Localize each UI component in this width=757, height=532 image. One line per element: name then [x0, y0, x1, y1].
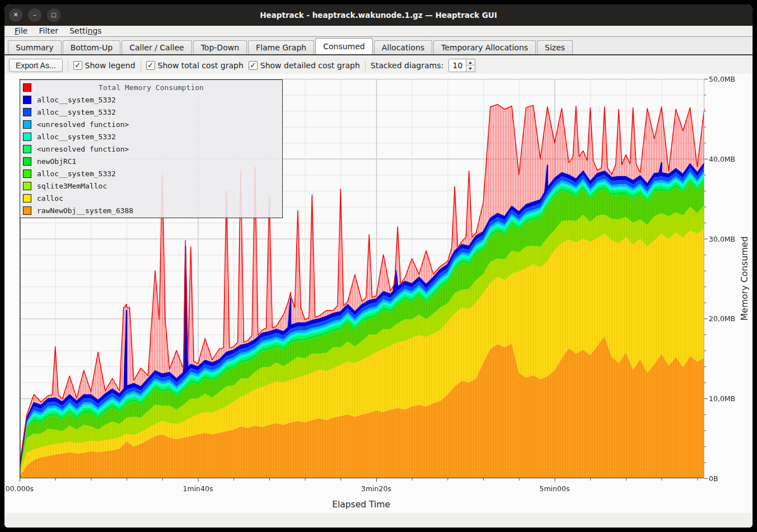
menubar: FileFilterSettings	[4, 26, 753, 37]
legend-item: newObjRC1	[20, 155, 282, 167]
legend-swatch-icon	[23, 157, 31, 166]
legend-swatch-icon	[23, 120, 31, 129]
legend-item: alloc__system_5332	[20, 130, 282, 143]
window-title: Heaptrack - heaptrack.wakunode.1.gz — He…	[4, 4, 753, 26]
tab-bottom-up[interactable]: Bottom-Up	[63, 40, 121, 54]
toolbar-separator	[365, 60, 366, 71]
check-icon: ✓	[249, 61, 258, 70]
x-tick-label: 5min00s	[539, 484, 569, 493]
legend-label: sqlite3MemMalloc	[37, 182, 107, 190]
tab-bar: SummaryBottom-UpCaller / CalleeTop-DownF…	[4, 37, 753, 55]
legend-swatch-icon	[23, 194, 31, 203]
legend-label: alloc__system_5332	[37, 108, 116, 116]
legend-item: sqlite3MemMalloc	[20, 180, 282, 192]
legend-swatch-icon	[23, 182, 31, 190]
legend-item: <unresolved function>	[20, 143, 282, 155]
spin-up-button[interactable]	[466, 59, 475, 65]
x-axis-title: Elapsed Time	[332, 500, 390, 510]
x-tick-label: 3min20s	[361, 484, 391, 493]
legend-swatch-icon	[23, 133, 31, 141]
toolbar-separator	[141, 60, 141, 71]
legend-item: alloc__system_5332	[20, 93, 282, 106]
x-tick-label: 00.000s	[6, 484, 34, 493]
y-tick-label: 0B	[709, 474, 718, 483]
checkbox-show-detailed-cost-graph[interactable]: ✓Show detailed cost graph	[249, 61, 360, 70]
titlebar: ✕ – □ Heaptrack - heaptrack.wakunode.1.g…	[4, 4, 753, 26]
tab-top-down[interactable]: Top-Down	[193, 40, 247, 54]
window-bottom-margin	[4, 513, 753, 528]
export-as-button[interactable]: Export As...	[9, 59, 63, 72]
y-tick-label: 40,0MB	[709, 154, 735, 163]
legend-swatch-icon	[23, 96, 31, 104]
legend-item: alloc__system_5332	[20, 106, 282, 118]
menu-filter[interactable]: Filter	[33, 26, 64, 36]
y-axis-title: Memory Consumed	[738, 79, 751, 478]
legend-label: calloc	[37, 194, 63, 203]
tab-consumed[interactable]: Consumed	[315, 38, 373, 54]
legend-label: newObjRC1	[37, 157, 76, 166]
tab-caller-callee[interactable]: Caller / Callee	[122, 40, 191, 54]
menu-file[interactable]: File	[9, 26, 33, 36]
checkbox-label: Show legend	[85, 61, 135, 70]
tab-temporary-allocations[interactable]: Temporary Allocations	[433, 40, 536, 54]
legend-item: <unresolved function>	[20, 118, 282, 130]
tab-sizes[interactable]: Sizes	[537, 40, 573, 54]
legend-label: Total Memory Consumption	[20, 83, 282, 92]
legend-label: alloc__system_5332	[37, 96, 116, 104]
checkbox-label: Show detailed cost graph	[260, 61, 360, 70]
check-icon: ✓	[146, 61, 155, 70]
stacked-diagrams-value[interactable]: 10	[448, 59, 466, 72]
legend-item: calloc	[20, 192, 282, 204]
tab-summary[interactable]: Summary	[8, 40, 62, 54]
stacked-diagrams-spinner[interactable]: 10	[448, 59, 475, 72]
legend-label: <unresolved function>	[37, 145, 129, 153]
legend-swatch-icon	[23, 145, 31, 153]
tab-allocations[interactable]: Allocations	[374, 40, 432, 54]
toolbar: Export As... ✓Show legend ✓Show total co…	[4, 57, 753, 74]
y-tick-label: 50,0MB	[709, 75, 735, 83]
spin-down-button[interactable]	[466, 65, 475, 72]
legend-label: rawNewObj__system_6388	[37, 206, 133, 215]
y-tick-label: 20,0MB	[709, 314, 735, 323]
consumed-chart-panel: Total Memory Consumptionalloc__system_53…	[4, 74, 753, 513]
legend-swatch-icon	[23, 108, 31, 116]
legend-item: rawNewObj__system_6388	[20, 204, 282, 216]
menu-settings[interactable]: Settings	[64, 26, 107, 36]
checkbox-label: Show total cost graph	[158, 61, 244, 70]
legend-swatch-icon	[23, 170, 31, 178]
legend-item: Total Memory Consumption	[20, 81, 282, 93]
y-tick-label: 30,0MB	[709, 234, 735, 243]
legend-swatch-icon	[23, 206, 31, 215]
legend-item: alloc__system_5332	[20, 167, 282, 180]
chart-legend: Total Memory Consumptionalloc__system_53…	[20, 79, 283, 218]
y-tick-label: 10,0MB	[709, 394, 735, 403]
tab-flame-graph[interactable]: Flame Graph	[248, 40, 314, 54]
legend-label: alloc__system_5332	[37, 133, 116, 141]
legend-label: <unresolved function>	[37, 120, 129, 129]
legend-label: alloc__system_5332	[37, 170, 116, 178]
app-window: ✕ – □ Heaptrack - heaptrack.wakunode.1.g…	[4, 4, 753, 528]
checkbox-show-legend[interactable]: ✓Show legend	[73, 61, 135, 70]
checkbox-show-total-cost-graph[interactable]: ✓Show total cost graph	[146, 61, 244, 70]
toolbar-separator	[68, 60, 68, 71]
check-icon: ✓	[73, 61, 82, 70]
x-tick-label: 1min40s	[183, 484, 213, 493]
stacked-diagrams-label: Stacked diagrams:	[371, 61, 443, 70]
